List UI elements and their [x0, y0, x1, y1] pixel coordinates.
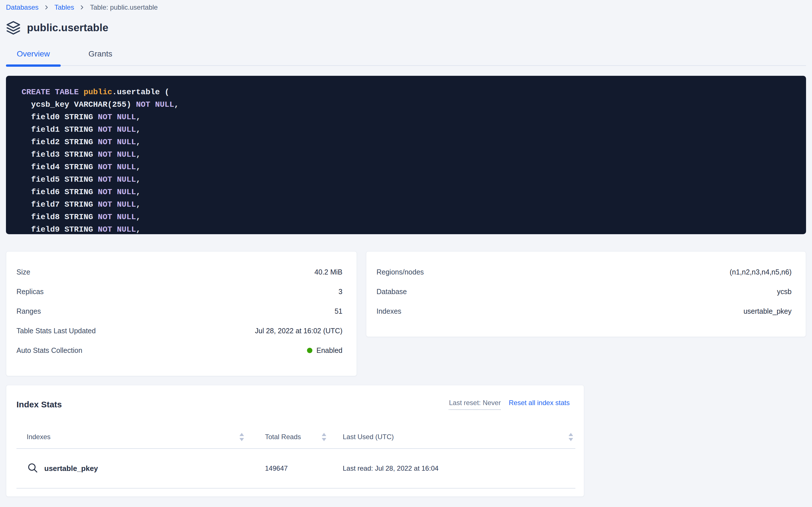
detail-label: Size	[16, 268, 30, 276]
last-reset-label: Last reset: Never	[449, 399, 501, 410]
sort-arrows-icon[interactable]	[322, 433, 326, 441]
table-details-page: Databases Tables Table: public.usertable…	[0, 0, 812, 507]
index-link[interactable]: usertable_pkey	[27, 462, 98, 475]
column-header-total-reads: Total Reads	[265, 433, 301, 441]
detail-value: ycsb	[777, 288, 792, 296]
detail-label: Table Stats Last Updated	[16, 327, 96, 335]
detail-label: Regions/nodes	[376, 268, 424, 276]
breadcrumb-tables-link[interactable]: Tables	[55, 3, 74, 11]
sql-line: field1 STRING NOT NULL,	[21, 123, 795, 136]
detail-value: Enabled	[307, 346, 342, 354]
detail-value: (n1,n2,n3,n4,n5,n6)	[730, 268, 792, 276]
sql-line: field0 STRING NOT NULL,	[21, 111, 795, 123]
detail-row: Regions/nodes(n1,n2,n3,n4,n5,n6)	[376, 262, 792, 282]
detail-label: Replicas	[16, 288, 44, 296]
index-stats-controls: Last reset: Never Reset all index stats	[449, 399, 575, 410]
breadcrumb-databases-link[interactable]: Databases	[6, 3, 39, 11]
detail-row: Table Stats Last UpdatedJul 28, 2022 at …	[16, 321, 342, 341]
index-stats-header: Index Stats Last reset: Never Reset all …	[16, 399, 575, 410]
index-table-body: usertable_pkey149647Last read: Jul 28, 2…	[16, 449, 575, 489]
index-stats-title: Index Stats	[16, 399, 62, 410]
index-stats-card: Index Stats Last reset: Never Reset all …	[6, 385, 584, 497]
page-header: public.usertable	[6, 20, 806, 35]
sql-line: CREATE TABLE public.usertable (	[21, 86, 795, 99]
sort-arrows-icon[interactable]	[240, 433, 244, 441]
detail-row: Replicas3	[16, 282, 342, 301]
sql-line: field7 STRING NOT NULL,	[21, 199, 795, 211]
tab-grants[interactable]: Grants	[78, 49, 123, 65]
detail-label: Indexes	[376, 307, 401, 316]
sql-line: field4 STRING NOT NULL,	[21, 161, 795, 173]
magnifier-icon	[27, 462, 39, 475]
layers-icon	[6, 20, 21, 35]
reset-index-stats-link[interactable]: Reset all index stats	[509, 399, 570, 407]
breadcrumb: Databases Tables Table: public.usertable	[0, 0, 812, 11]
chevron-right-icon	[43, 4, 50, 11]
detail-row: Indexesusertable_pkey	[376, 301, 792, 321]
tab-bar: Overview Grants	[6, 49, 806, 66]
sql-line: field6 STRING NOT NULL,	[21, 186, 795, 199]
detail-label: Database	[376, 288, 407, 296]
detail-value: 51	[334, 307, 342, 316]
index-table-row: usertable_pkey149647Last read: Jul 28, 2…	[16, 449, 575, 489]
column-header-last-used: Last Used (UTC)	[343, 433, 394, 441]
table-location-card: Regions/nodes(n1,n2,n3,n4,n5,n6)Database…	[366, 251, 806, 337]
detail-value-text: Jul 28, 2022 at 16:02 (UTC)	[255, 327, 343, 335]
status-dot-icon	[307, 348, 312, 353]
detail-value-text: 40.2 MiB	[314, 268, 342, 276]
total-reads-cell: 149647	[246, 464, 328, 472]
sort-arrows-icon[interactable]	[569, 433, 573, 441]
detail-row: Auto Stats CollectionEnabled	[16, 341, 342, 360]
detail-value-text: 3	[338, 288, 342, 296]
breadcrumb-current: Table: public.usertable	[90, 3, 158, 11]
details-cards-row: Size40.2 MiBReplicas3Ranges51Table Stats…	[6, 251, 806, 376]
sql-line: field8 STRING NOT NULL,	[21, 211, 795, 223]
detail-value: 3	[338, 288, 342, 296]
detail-value: usertable_pkey	[743, 307, 792, 316]
detail-row: Size40.2 MiB	[16, 262, 342, 282]
index-table-header: Indexes Total Reads Last Used (UTC)	[16, 426, 575, 449]
total-reads-value: 149647	[265, 464, 288, 472]
detail-value-text: ycsb	[777, 288, 792, 296]
page-title: public.usertable	[27, 22, 108, 34]
detail-row: Databaseycsb	[376, 282, 792, 301]
detail-value-text: (n1,n2,n3,n4,n5,n6)	[730, 268, 792, 276]
detail-label: Auto Stats Collection	[16, 346, 82, 354]
detail-value-text: Enabled	[316, 346, 342, 354]
last-used-value: Last read: Jul 28, 2022 at 16:04	[343, 464, 439, 472]
table-details-card: Size40.2 MiBReplicas3Ranges51Table Stats…	[6, 251, 357, 376]
sql-line: ycsb_key VARCHAR(255) NOT NULL,	[21, 99, 795, 111]
sql-line: field9 STRING NOT NULL,	[21, 223, 795, 234]
detail-value: Jul 28, 2022 at 16:02 (UTC)	[255, 327, 343, 335]
tab-overview[interactable]: Overview	[6, 49, 61, 65]
sql-line: field3 STRING NOT NULL,	[21, 149, 795, 161]
sql-line: field5 STRING NOT NULL,	[21, 173, 795, 186]
detail-value-text: usertable_pkey	[743, 307, 792, 316]
detail-label: Ranges	[16, 307, 41, 316]
chevron-right-icon	[79, 4, 85, 11]
index-name-cell: usertable_pkey	[16, 462, 246, 475]
sql-line: field2 STRING NOT NULL,	[21, 136, 795, 149]
create-table-sql[interactable]: CREATE TABLE public.usertable ( ycsb_key…	[6, 76, 806, 234]
detail-row: Ranges51	[16, 301, 342, 321]
last-used-cell: Last read: Jul 28, 2022 at 16:04	[328, 464, 575, 472]
detail-value-text: 51	[334, 307, 342, 316]
index-name: usertable_pkey	[44, 464, 98, 473]
detail-value: 40.2 MiB	[314, 268, 342, 276]
column-header-indexes: Indexes	[27, 433, 51, 441]
